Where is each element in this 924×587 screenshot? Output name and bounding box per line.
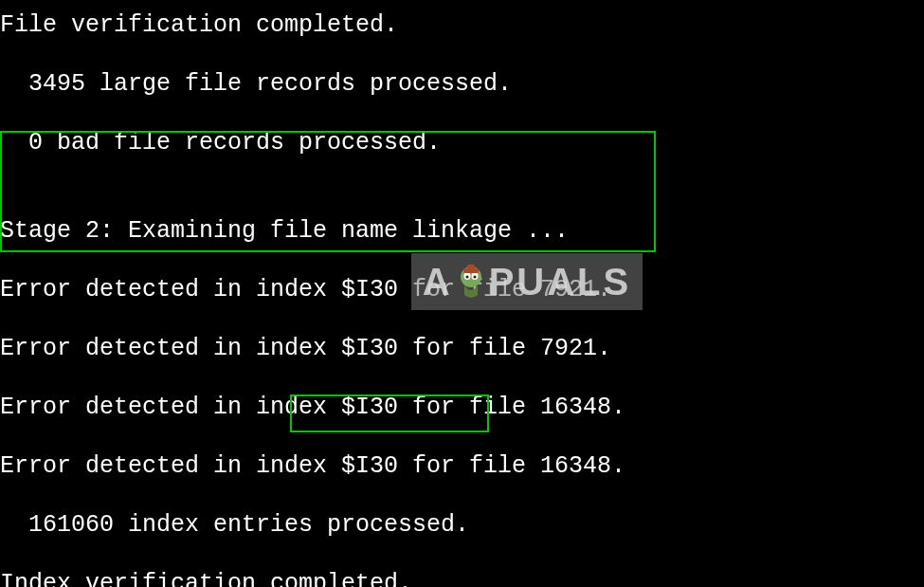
output-line: 0 bad file records processed. <box>0 128 924 157</box>
output-line: 3495 large file records processed. <box>0 69 924 99</box>
output-line-error: Error detected in index $I30 for file 79… <box>0 334 924 363</box>
output-line-error: Error detected in index $I30 for file 16… <box>0 393 924 422</box>
output-line-error: Error detected in index $I30 for file 79… <box>0 275 924 304</box>
output-line: Index verification completed. <box>0 569 924 587</box>
output-line: 161060 index entries processed. <box>0 510 924 540</box>
terminal-output[interactable]: File verification completed. 3495 large … <box>0 0 924 587</box>
output-line: File verification completed. <box>0 10 924 40</box>
output-line: Stage 2: Examining file name linkage ... <box>0 216 924 246</box>
output-line-error: Error detected in index $I30 for file 16… <box>0 451 924 481</box>
